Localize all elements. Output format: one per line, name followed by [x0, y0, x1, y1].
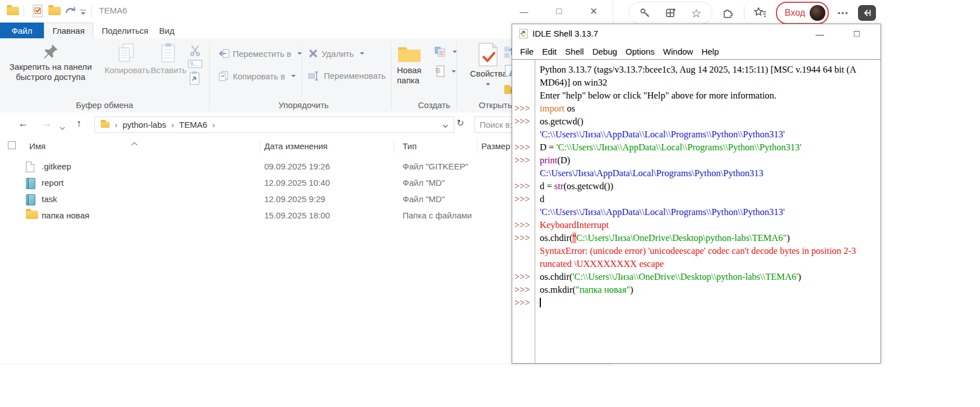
tab-share[interactable]: Поделиться	[102, 23, 148, 38]
shell-text: 'C:\\Users\\Лиза\\AppData\\Local\\Progra…	[535, 205, 880, 218]
menu-window[interactable]: Window	[663, 47, 693, 56]
favorites-list-icon[interactable]	[753, 7, 767, 19]
qat-customize-icon[interactable]	[80, 8, 87, 18]
menu-shell[interactable]: Shell	[565, 47, 584, 56]
column-type[interactable]: Тип	[403, 141, 417, 151]
menu-debug[interactable]: Debug	[592, 47, 617, 56]
easy-access-button[interactable]	[434, 46, 457, 57]
code-segment: (os.getcwd())	[563, 181, 613, 191]
file-type: Файл "MD"	[403, 194, 445, 204]
prompt-gutter	[512, 128, 535, 141]
move-to-button[interactable]: Переместить в	[218, 48, 302, 59]
breadcrumb-tema6[interactable]: ТЕМА6	[179, 120, 207, 129]
column-divider	[260, 140, 260, 153]
shell-text: D = 'C:\\Users\\Лиза\\AppData\\Local\\Pr…	[535, 141, 880, 154]
code-segment: os.mkdir(	[540, 284, 576, 295]
paste-shortcut-button[interactable]	[189, 71, 200, 88]
rename-button[interactable]: Переименовать	[308, 71, 386, 80]
properties-icon	[478, 43, 498, 66]
qat-new-folder-icon[interactable]	[48, 7, 61, 17]
code-segment: 'C:\\Users\\Лиза\\OneDrive\\Desktop\\pyt…	[572, 271, 798, 282]
paste-icon	[160, 43, 176, 63]
delete-button[interactable]: Удалить	[308, 48, 364, 59]
column-size[interactable]: Размер	[481, 141, 511, 151]
address-folder-icon	[101, 120, 110, 130]
delete-label: Удалить	[322, 49, 354, 59]
qat-redo-icon[interactable]	[64, 5, 78, 20]
column-date[interactable]: Дата изменения	[264, 141, 328, 151]
code-segment: 'C:\\Users\\Лиза\\AppData\\Local\\Progra…	[540, 207, 785, 217]
extensions-puzzle-icon[interactable]	[721, 6, 735, 20]
menu-file[interactable]: File	[520, 47, 534, 56]
menu-edit[interactable]: Edit	[542, 47, 557, 56]
shell-line: 'C:\\Users\\Лиза\\AppData\\Local\\Progra…	[512, 205, 880, 218]
minimize-icon[interactable]: —	[513, 3, 535, 19]
prompt-gutter	[512, 89, 535, 102]
pin-quick-access-button[interactable]: Закрепить на панели быстрого доступа	[8, 43, 93, 82]
login-button[interactable]: Вход	[776, 2, 829, 24]
shell-text: C:\Users\Лиза\AppData\Local\Programs\Pyt…	[535, 167, 880, 180]
group-divider	[209, 42, 210, 109]
shell-text: runcated \UXXXXXXXX escape	[535, 257, 880, 270]
tab-file[interactable]: Файл	[0, 23, 44, 38]
paste-button[interactable]: Вставить	[151, 43, 186, 75]
prompt-gutter: >>>	[512, 231, 535, 244]
browser-action-pill: ☆	[629, 2, 712, 24]
breadcrumb-python-labs[interactable]: python-labs	[123, 120, 166, 129]
idle-maximize-icon[interactable]: □	[847, 26, 866, 41]
tab-view[interactable]: Вид	[159, 23, 174, 38]
prompt-gutter: >>>	[512, 154, 535, 167]
recent-caret-icon[interactable]	[60, 122, 65, 132]
cut-button[interactable]	[189, 44, 201, 59]
shell-text: SyntaxError: (unicode error) 'unicodeesc…	[535, 244, 880, 257]
tiles-add-icon[interactable]	[665, 7, 676, 19]
shell-line: runcated \UXXXXXXXX escape	[512, 257, 880, 270]
close-icon[interactable]: ×	[582, 3, 605, 19]
prompt-gutter	[512, 244, 535, 257]
group-label-clipboard: Буфер обмена	[62, 100, 147, 110]
dropdown-caret-icon	[486, 83, 490, 86]
copy-path-button[interactable]: \\…	[188, 60, 202, 70]
new-folder-button[interactable]: Новая папка	[397, 44, 431, 86]
code-segment: runcated \UXXXXXXXX escape	[540, 258, 664, 269]
titlebar-divider	[24, 5, 24, 17]
new-item-button[interactable]	[435, 65, 456, 78]
code-segment: MD64)] on win32	[540, 77, 607, 88]
menu-options[interactable]: Options	[626, 47, 655, 56]
maximize-icon[interactable]: □	[548, 3, 570, 19]
copy-button[interactable]: Копировать	[105, 43, 148, 75]
bookmark-star-icon[interactable]: ☆	[691, 7, 702, 19]
shell-text-area[interactable]: Python 3.13.7 (tags/v3.13.7:bcee1c3, Aug…	[512, 59, 880, 363]
sort-ascending-icon	[131, 138, 138, 148]
qat-properties-icon[interactable]	[33, 5, 44, 20]
file-name: .gitkeep	[42, 162, 71, 171]
idle-minimize-icon[interactable]: —	[810, 26, 829, 41]
shell-text: os.mkdir("папка новая")	[535, 283, 880, 296]
forward-icon[interactable]: →	[42, 118, 52, 129]
select-all-checkbox[interactable]	[8, 141, 16, 149]
code-segment: os	[564, 103, 575, 114]
address-bar[interactable]: › python-labs › ТЕМА6 ›	[94, 117, 454, 133]
menu-help[interactable]: Help	[702, 47, 719, 56]
sidebar-toggle-icon[interactable]	[858, 5, 876, 21]
app-folder-icon	[7, 7, 19, 17]
md-file-icon	[26, 178, 35, 191]
address-caret-icon[interactable]	[442, 120, 448, 130]
shell-line: MD64)] on win32	[512, 76, 880, 89]
file-name: папка новая	[42, 211, 89, 220]
back-icon[interactable]: ←	[18, 118, 28, 129]
password-key-icon[interactable]	[639, 7, 651, 19]
copy-to-button[interactable]: Копировать в	[218, 71, 296, 81]
properties-button[interactable]: Свойства	[470, 43, 506, 89]
prompt-gutter: >>>	[512, 296, 535, 309]
shell-text: Python 3.13.7 (tags/v3.13.7:bcee1c3, Aug…	[535, 63, 880, 76]
code-segment: print	[540, 155, 557, 166]
tab-home[interactable]: Главная	[44, 23, 93, 38]
column-divider	[394, 140, 394, 153]
prompt-gutter	[512, 167, 535, 180]
refresh-icon[interactable]: ↻	[457, 118, 464, 128]
column-name[interactable]: Имя	[29, 141, 46, 151]
more-menu-icon[interactable]: •••	[838, 9, 849, 17]
up-icon[interactable]: ↑	[76, 118, 82, 129]
shell-text: d	[535, 193, 880, 205]
